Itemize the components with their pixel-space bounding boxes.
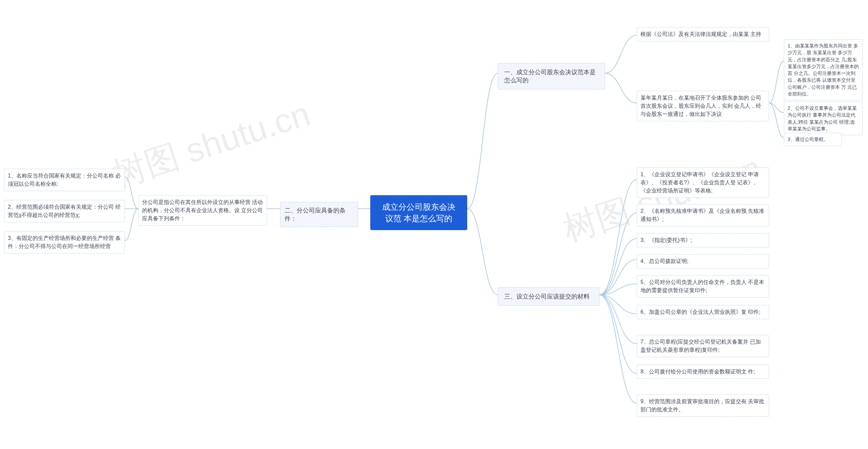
final-i3[interactable]: 3、有固定的生产经营场所和必要的生产经营 条件：分公司不得与公司在同一经营场所经… [4, 231, 125, 253]
b3-m7[interactable]: 7、总公司章程(应提交经公司登记机关备案并 已加盖登记机关菱形章的章程)复印件; [637, 335, 769, 357]
b1-d3[interactable]: 3、通过公司章程。 [784, 133, 842, 146]
b3-m6[interactable]: 6、加盖公司公章的《企业法人营业执照》复 印件; [637, 305, 769, 319]
final-branch-2[interactable]: 二、分公司应具备的条件： [280, 202, 358, 227]
final-i2[interactable]: 2、经营范围必须符合国家有关规定：分公司 经营范χ不得超出公司的经营范χ; [4, 200, 125, 222]
b3-m1[interactable]: 1、《企业设立登记申请书》《企业设立登记 申请表》、《投资者名?》、《企业负责人… [637, 167, 769, 198]
final-i1[interactable]: 1、名称应当符合国家有关规定：分公司名称 必须冠以公司名称全称; [4, 169, 125, 191]
final-l1[interactable]: 分公司是指公司在其住所以外设立的从事经营 活动的机构，分公司不具有企业法人资格。… [138, 195, 267, 226]
watermark: 树图 shutu.cn [106, 91, 316, 199]
b1-d1[interactable]: 1、由某某某作为股东共同出资 多少万元，股 东某某出资 多少万元，占注册资本的百… [784, 39, 863, 100]
b3-m3[interactable]: 3、《指定(委托)书》; [637, 233, 769, 247]
b1-child-1[interactable]: 根据《公司法》及有关法律法规规定，由某某 主持 [637, 27, 769, 41]
b3-m4[interactable]: 4、总公司拨款证明; [637, 254, 769, 268]
b3-m5[interactable]: 5、公司对分公司负责人的任命文件，负责人 不是本地的需要提供暂住证复印件; [637, 275, 769, 298]
b1-d2[interactable]: 2、公司不设立董事会，选举某某为公司执行 董事并为公司法定代表人;聘任 某某占为… [784, 102, 863, 135]
branch-3[interactable]: 三、设立分公司应该提交的材料 [498, 287, 599, 306]
root-node[interactable]: 成立分公司股东会决议范 本是怎么写的 [370, 195, 467, 230]
mindmap-canvas: 树图 shutu.cn 树图 shutu.cn [0, 0, 868, 449]
branch-1[interactable]: 一、成立分公司股东会决议范本是 怎么写的 [498, 63, 605, 89]
b3-m8[interactable]: 8、公司拨付给分公司使用的资金数额证明文 件; [637, 365, 769, 379]
b3-m9[interactable]: 9、经营范围涉及前置审批项目的，应提交有 关审批部门的批准文件。 [637, 394, 769, 417]
b3-m2[interactable]: 2、《名称预先核准申请书》及《企业名称预 先核准通知书》; [637, 204, 769, 226]
b1-child-2[interactable]: 某年某月某日，在某地召开了全体股东参加的 公司首次股东会议，股东应到会几人，实到… [637, 91, 769, 121]
